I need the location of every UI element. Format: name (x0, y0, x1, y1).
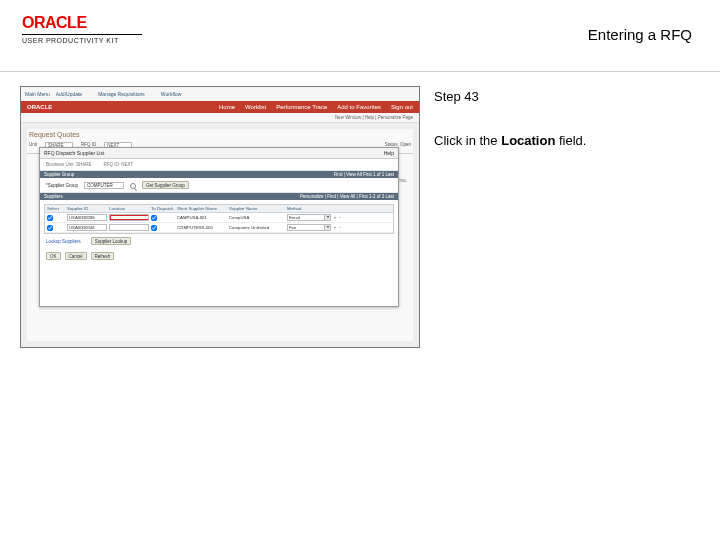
method-select[interactable]: Fax ▾ (287, 224, 331, 231)
location-field[interactable] (109, 224, 149, 231)
supplier-group-field[interactable]: COMPUTER (84, 182, 124, 189)
chevron-down-icon: ▾ (324, 214, 331, 221)
instruction-text: Click in the Location field. (434, 132, 700, 150)
modal-title: RFQ Dispatch Supplier List (44, 150, 104, 156)
location-highlight (109, 214, 149, 221)
to-dispatch-check[interactable] (151, 225, 157, 231)
supplier-id-field[interactable]: USA0000038 (67, 214, 107, 221)
modal-help: Help (384, 150, 394, 156)
chevron-down-icon: ▾ (324, 224, 331, 231)
brand-logo: ORACLE (22, 14, 142, 32)
table-row: USA0000046 COMPUTERS-001 Computers Unlim… (45, 223, 393, 233)
cancel-button[interactable]: Cancel (65, 252, 87, 260)
thumb-appbar: ORACLE Home Worklist Performance Trace A… (21, 101, 419, 113)
to-dispatch-check[interactable] (151, 215, 157, 221)
page-title: Entering a RFQ (588, 26, 692, 43)
lookup-suppliers-link[interactable]: Lookup Suppliers (46, 239, 81, 244)
thumb-breadcrumb: New Window | Help | Personalize Page (21, 113, 419, 123)
ok-button[interactable]: OK (46, 252, 61, 260)
supplier-id-field[interactable]: USA0000046 (67, 224, 107, 231)
tutorial-screenshot: Main Menu Add/Update Manage Requisitions… (20, 86, 420, 348)
suppliers-table: Select Supplier ID Location To Dispatch … (44, 204, 394, 234)
location-field[interactable] (109, 214, 149, 221)
instructions-pane: Step 43 Click in the Location field. (434, 86, 700, 348)
thumb-modal: RFQ Dispatch Supplier List Help Business… (39, 147, 399, 307)
method-select[interactable]: Email ▾ (287, 214, 331, 221)
get-supplier-group-button[interactable]: Get Supplier Group (142, 181, 189, 189)
thumb-tabs: Main Menu Add/Update Manage Requisitions… (21, 87, 419, 101)
row-select[interactable] (47, 215, 53, 221)
supplier-lookup-button[interactable]: Supplier Lookup (91, 237, 132, 245)
brand-subtitle: USER PRODUCTIVITY KIT (22, 34, 142, 44)
step-label: Step 43 (434, 88, 700, 106)
refresh-button[interactable]: Refresh (91, 252, 115, 260)
brand: ORACLE USER PRODUCTIVITY KIT (22, 14, 142, 44)
row-select[interactable] (47, 225, 53, 231)
table-row: USA0000038 CAMPUSA-001 CompUSA Email ▾ ＋… (45, 213, 393, 223)
lookup-icon (130, 183, 136, 189)
thumb-page-heading: Request Quotes (27, 129, 413, 140)
